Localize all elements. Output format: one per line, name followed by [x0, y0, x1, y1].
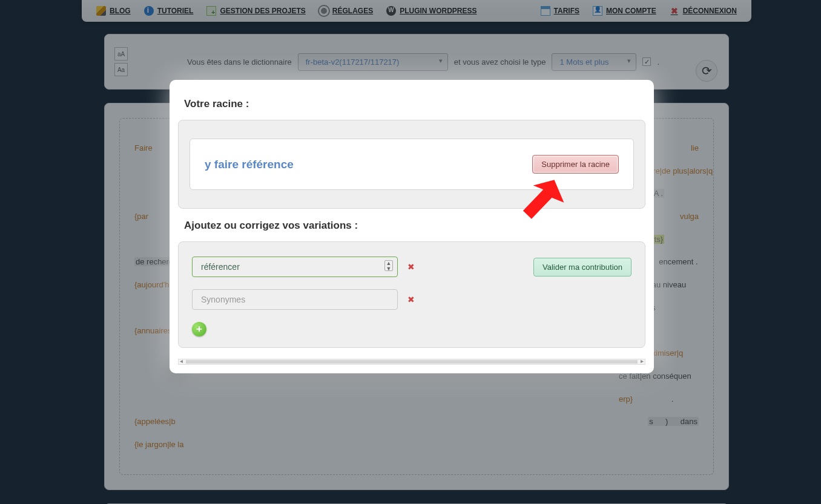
delete-root-button[interactable]: Supprimer la racine [532, 155, 619, 174]
modal-scrollbar[interactable] [178, 359, 645, 365]
remove-variation-2-icon[interactable]: ✖ [407, 295, 415, 304]
modal-title-variations: Ajoutez ou corrigez vos variations : [184, 220, 645, 232]
variation-input-2[interactable]: Synonymes [192, 289, 398, 310]
variation-input-1[interactable]: référencer [192, 257, 398, 277]
variation-row-1: référencer ▲▼ ✖ Valider ma contribution [192, 257, 631, 277]
input-stepper-icon[interactable]: ▲▼ [384, 260, 393, 271]
root-section: y faire référence Supprimer la racine [178, 120, 645, 209]
variation-row-2: Synonymes ✖ [192, 289, 631, 310]
variations-section: référencer ▲▼ ✖ Valider ma contribution … [178, 241, 645, 348]
root-modal: Votre racine : y faire référence Supprim… [170, 80, 654, 373]
modal-title-root: Votre racine : [184, 98, 645, 110]
remove-variation-1-icon[interactable]: ✖ [407, 262, 415, 272]
root-text: y faire référence [205, 158, 294, 171]
validate-button[interactable]: Valider ma contribution [533, 258, 631, 277]
root-box: y faire référence Supprimer la racine [190, 139, 634, 190]
add-variation-button[interactable]: + [192, 322, 206, 336]
